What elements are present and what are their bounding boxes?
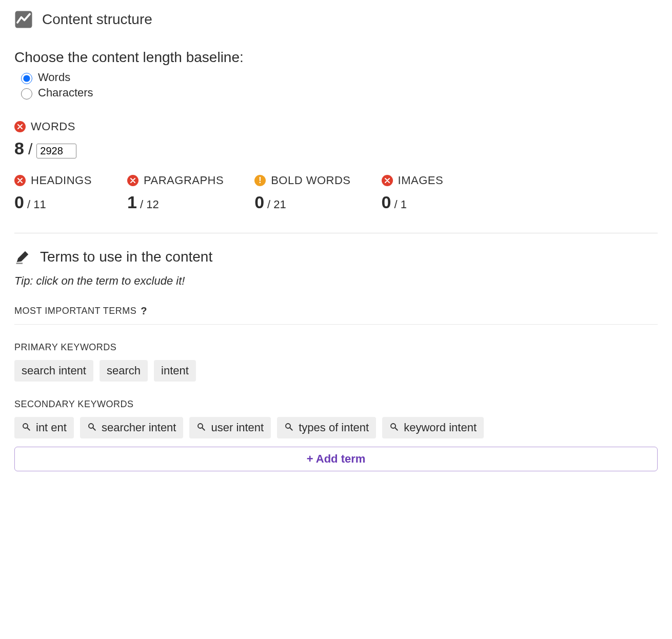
help-icon[interactable]: ?	[141, 305, 147, 317]
headings-denom: / 11	[27, 198, 46, 211]
stat-words: WORDS 8 /	[14, 120, 658, 158]
stat-words-header: WORDS	[14, 120, 658, 133]
search-icon	[22, 421, 31, 434]
add-term-button[interactable]: + Add term	[14, 447, 658, 471]
stat-headings: HEADINGS 0 / 11	[14, 174, 96, 212]
primary-keywords-chips: search intentsearchintent	[14, 360, 658, 382]
stat-paragraphs: PARAGRAPHS 1 / 12	[127, 174, 224, 212]
baseline-prompt: Choose the content length baseline:	[14, 49, 658, 66]
stat-images: IMAGES 0 / 1	[382, 174, 464, 212]
stat-images-label: IMAGES	[398, 174, 444, 187]
terms-tip: Tip: click on the term to exclude it!	[14, 274, 658, 288]
content-structure-header: Content structure	[14, 10, 658, 29]
svg-line-11	[395, 428, 398, 430]
search-icon	[87, 421, 96, 434]
stat-bold-label: BOLD WORDS	[271, 174, 350, 187]
stat-words-label: WORDS	[31, 120, 75, 133]
stat-bold-words: ! BOLD WORDS 0 / 21	[254, 174, 350, 212]
error-icon	[382, 175, 393, 186]
stat-paragraphs-label: PARAGRAPHS	[144, 174, 224, 187]
radio-characters-label: Characters	[38, 86, 93, 99]
chip-label: int ent	[36, 421, 67, 434]
radio-words-label: Words	[38, 71, 70, 84]
primary-keywords-heading: PRIMARY KEYWORDS	[14, 342, 658, 353]
images-current: 0	[382, 192, 391, 212]
stats-row: HEADINGS 0 / 11 PARAGRAPHS 1 / 12 ! BOLD…	[14, 174, 658, 212]
paragraphs-current: 1	[127, 192, 137, 212]
section-divider	[14, 233, 658, 233]
warning-icon: !	[254, 175, 266, 186]
paragraphs-denom: / 12	[140, 198, 159, 211]
radio-characters[interactable]: Characters	[18, 86, 658, 99]
words-current: 8	[14, 138, 24, 158]
chip-label: searcher intent	[102, 421, 176, 434]
keyword-chip[interactable]: user intent	[189, 417, 271, 438]
keyword-chip[interactable]: types of intent	[277, 417, 376, 438]
search-icon	[196, 421, 206, 434]
error-icon	[14, 121, 26, 132]
keyword-chip[interactable]: searcher intent	[80, 417, 184, 438]
most-important-heading: MOST IMPORTANT TERMS ?	[14, 305, 658, 325]
chip-label: types of intent	[299, 421, 369, 434]
search-icon	[389, 421, 399, 434]
search-icon	[284, 421, 293, 434]
svg-line-5	[93, 428, 95, 430]
keyword-chip[interactable]: keyword intent	[382, 417, 484, 438]
stat-headings-label: HEADINGS	[31, 174, 92, 187]
svg-rect-1	[16, 263, 23, 264]
terms-title: Terms to use in the content	[40, 249, 212, 265]
svg-line-9	[290, 428, 292, 430]
keyword-chip[interactable]: search intent	[14, 360, 93, 382]
section-title: Content structure	[42, 11, 152, 28]
divider-slash: /	[28, 141, 32, 158]
radio-words[interactable]: Words	[18, 71, 658, 84]
pencil-icon	[14, 249, 31, 265]
radio-words-input[interactable]	[21, 73, 32, 84]
chip-label: user intent	[211, 421, 264, 434]
chip-label: keyword intent	[404, 421, 477, 434]
headings-current: 0	[14, 192, 24, 212]
terms-header: Terms to use in the content	[14, 249, 658, 265]
svg-line-7	[203, 428, 205, 430]
keyword-chip[interactable]: intent	[154, 360, 196, 382]
words-target-input[interactable]	[36, 144, 76, 158]
images-denom: / 1	[394, 198, 406, 211]
keyword-chip[interactable]: int ent	[14, 417, 74, 438]
stat-words-value: 8 /	[14, 138, 658, 158]
error-icon	[14, 175, 26, 186]
radio-characters-input[interactable]	[21, 88, 32, 99]
bold-current: 0	[254, 192, 264, 212]
keyword-chip[interactable]: search	[100, 360, 148, 382]
chart-icon	[14, 10, 33, 29]
svg-line-3	[27, 428, 30, 430]
secondary-keywords-heading: SECONDARY KEYWORDS	[14, 399, 658, 410]
error-icon	[127, 175, 139, 186]
secondary-keywords-chips: int entsearcher intentuser intenttypes o…	[14, 417, 658, 438]
bold-denom: / 21	[267, 198, 286, 211]
